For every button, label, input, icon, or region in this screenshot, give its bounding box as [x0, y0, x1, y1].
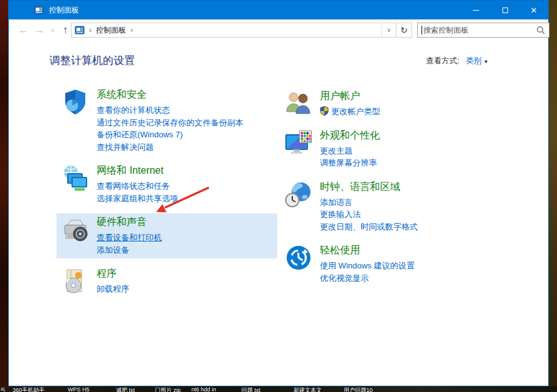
task-link[interactable]: 通过文件历史记录保存你的文件备份副本	[97, 117, 243, 129]
desktop-icon-label[interactable]: nt6 hdd in	[191, 386, 216, 392]
address-dropdown-button[interactable]: ∨	[381, 23, 396, 37]
ease-of-access-icon[interactable]	[285, 244, 312, 272]
desktop-icon-label[interactable]: 减肥 txt	[116, 386, 135, 392]
category-body: 硬件和声音查看设备和打印机添加设备	[97, 216, 162, 256]
desktop-icon-label[interactable]: 门照片 zip	[155, 386, 181, 392]
task-link[interactable]: 更改主题	[320, 145, 380, 157]
task-link[interactable]: 优化视觉显示	[320, 272, 415, 285]
task-link[interactable]: 调整屏幕分辨率	[320, 157, 380, 169]
category-task-links: 更改主题调整屏幕分辨率	[320, 145, 380, 169]
task-link[interactable]: 查看网络状态和任务	[97, 180, 178, 193]
category-body: 外观和个性化更改主题调整屏幕分辨率	[320, 129, 380, 169]
forward-icon: →	[34, 24, 45, 36]
title-bar[interactable]: 控制面板 ✕	[9, 1, 548, 19]
control-panel-content: 调整计算机的设置 查看方式: 类别 ▾ 系统和安全查看你的计算机状态通过文件历史…	[9, 41, 548, 386]
category-user-accounts: 用户帐户更改帐户类型	[280, 87, 513, 120]
back-button[interactable]: ←	[16, 19, 30, 41]
desktop-icon-labels-strip: 号360手机助手WPS H5减肥 txt门照片 zipnt6 hdd in问题 …	[0, 386, 557, 392]
users-icon[interactable]	[285, 90, 312, 117]
category-body: 网络和 Internet查看网络状态和任务选择家庭组和共享选项	[97, 164, 178, 204]
view-by-control: 查看方式: 类别 ▾	[426, 56, 487, 66]
category-title-programs[interactable]: 程序	[97, 267, 117, 280]
minimize-button[interactable]	[462, 1, 491, 19]
back-icon: ←	[18, 24, 28, 36]
task-link[interactable]: 添加设备	[97, 244, 162, 257]
maximize-icon	[502, 8, 508, 13]
category-task-links: 查看网络状态和任务选择家庭组和共享选项	[97, 180, 178, 204]
category-title-appearance-personalization[interactable]: 外观和个性化	[320, 129, 380, 142]
recent-pages-dropdown[interactable]: ∨	[48, 19, 58, 41]
task-link[interactable]: 更改日期、时间或数字格式	[320, 221, 418, 233]
category-system-security: 系统和安全查看你的计算机状态通过文件历史记录保存你的文件备份副本备份和还原(Wi…	[56, 86, 277, 156]
uac-shield-icon	[320, 106, 329, 116]
breadcrumb-separator-icon[interactable]: ›	[130, 26, 133, 34]
category-body: 轻松使用使用 Windows 建议的设置优化视觉显示	[320, 244, 415, 284]
category-hardware-sound: 硬件和声音查看设备和打印机添加设备	[56, 213, 277, 258]
shield-pie-icon[interactable]	[61, 88, 89, 116]
printer-icon[interactable]	[61, 216, 89, 243]
desktop-icon-label[interactable]: 号	[0, 386, 6, 392]
control-panel-window: 控制面板 ✕ ← → ∨ ↑ › 控制面板 › ∨ ↻	[8, 0, 549, 386]
category-title-user-accounts[interactable]: 用户帐户	[320, 90, 360, 103]
network-globe-icon[interactable]	[61, 164, 89, 192]
window-title: 控制面板	[49, 5, 79, 16]
dropdown-triangle-icon[interactable]: ▾	[484, 58, 487, 65]
task-link[interactable]: 选择家庭组和共享选项	[97, 193, 178, 205]
window-controls: ✕	[462, 1, 548, 19]
task-link[interactable]: 查看设备和打印机	[97, 231, 162, 244]
up-button[interactable]: ↑	[58, 19, 72, 41]
task-link[interactable]: 查看你的计算机状态	[97, 104, 243, 117]
category-column-left: 系统和安全查看你的计算机状态通过文件历史记录保存你的文件备份副本备份和还原(Wi…	[56, 86, 277, 304]
display-palette-icon[interactable]	[285, 129, 312, 157]
category-task-links: 查看设备和打印机添加设备	[97, 231, 162, 256]
category-task-links: 更改帐户类型	[320, 105, 380, 118]
category-task-links: 使用 Windows 建议的设置优化视觉显示	[320, 260, 415, 284]
globe-clock-icon[interactable]	[285, 181, 312, 208]
chevron-down-icon: ∨	[51, 27, 55, 33]
chevron-down-icon: ∨	[387, 27, 391, 33]
category-task-links: 添加语言更换输入法更改日期、时间或数字格式	[320, 196, 418, 233]
control-panel-icon	[75, 25, 85, 35]
task-link[interactable]: 查找并解决问题	[97, 141, 243, 154]
category-ease-of-access: 轻松使用使用 Windows 建议的设置优化视觉显示	[280, 241, 513, 287]
forward-button[interactable]: →	[33, 19, 46, 41]
desktop-icon-label[interactable]: 用户问题10	[344, 386, 373, 392]
desktop-icon-label[interactable]: WPS H5	[68, 386, 90, 392]
category-body: 系统和安全查看你的计算机状态通过文件历史记录保存你的文件备份副本备份和还原(Wi…	[97, 88, 243, 153]
desktop-icon-label[interactable]: 问题 txt	[241, 386, 260, 392]
category-title-ease-of-access[interactable]: 轻松使用	[320, 244, 360, 257]
refresh-icon: ↻	[400, 25, 408, 35]
desktop-icon-label[interactable]: 360手机助手	[13, 386, 45, 392]
desktop-icon-label[interactable]: 新建文本文	[294, 386, 322, 392]
page-title: 调整计算机的设置	[50, 53, 135, 68]
breadcrumb-separator-icon: ›	[89, 26, 92, 34]
program-cd-icon[interactable]	[61, 267, 89, 295]
category-column-right: 用户帐户更改帐户类型外观和个性化更改主题调整屏幕分辨率时钟、语言和区域添加语言更…	[280, 87, 513, 293]
up-icon: ↑	[63, 24, 68, 36]
close-button[interactable]: ✕	[519, 1, 548, 19]
close-icon: ✕	[531, 6, 538, 15]
category-title-clock-language-region[interactable]: 时钟、语言和区域	[320, 181, 400, 194]
category-task-links: 卸载程序	[97, 283, 129, 295]
task-link[interactable]: 使用 Windows 建议的设置	[320, 260, 415, 272]
category-appearance-personalization: 外观和个性化更改主题调整屏幕分辨率	[280, 127, 513, 172]
category-task-links: 查看你的计算机状态通过文件历史记录保存你的文件备份副本备份和还原(Windows…	[97, 104, 243, 153]
category-title-system-security[interactable]: 系统和安全	[97, 88, 147, 102]
search-input[interactable]: 搜索控制面板	[417, 23, 549, 38]
minimize-icon	[473, 10, 479, 11]
refresh-button[interactable]: ↻	[396, 23, 411, 37]
view-by-label: 查看方式:	[426, 56, 459, 66]
address-bar[interactable]: › 控制面板 › ∨ ↻	[71, 23, 412, 38]
task-link[interactable]: 添加语言	[320, 196, 418, 209]
category-network-internet: 网络和 Internet查看网络状态和任务选择家庭组和共享选项	[56, 162, 277, 207]
maximize-button[interactable]	[491, 1, 519, 19]
task-link[interactable]: 更改帐户类型	[320, 105, 380, 118]
task-link[interactable]: 卸载程序	[97, 283, 129, 295]
breadcrumb-control-panel[interactable]: 控制面板	[96, 25, 126, 36]
task-link[interactable]: 备份和还原(Windows 7)	[97, 129, 243, 141]
category-title-hardware-sound[interactable]: 硬件和声音	[97, 216, 147, 229]
category-title-network-internet[interactable]: 网络和 Internet	[97, 164, 164, 177]
view-by-value-link[interactable]: 类别	[465, 56, 481, 66]
desktop-wallpaper-right	[549, 0, 557, 392]
task-link[interactable]: 更换输入法	[320, 208, 418, 221]
